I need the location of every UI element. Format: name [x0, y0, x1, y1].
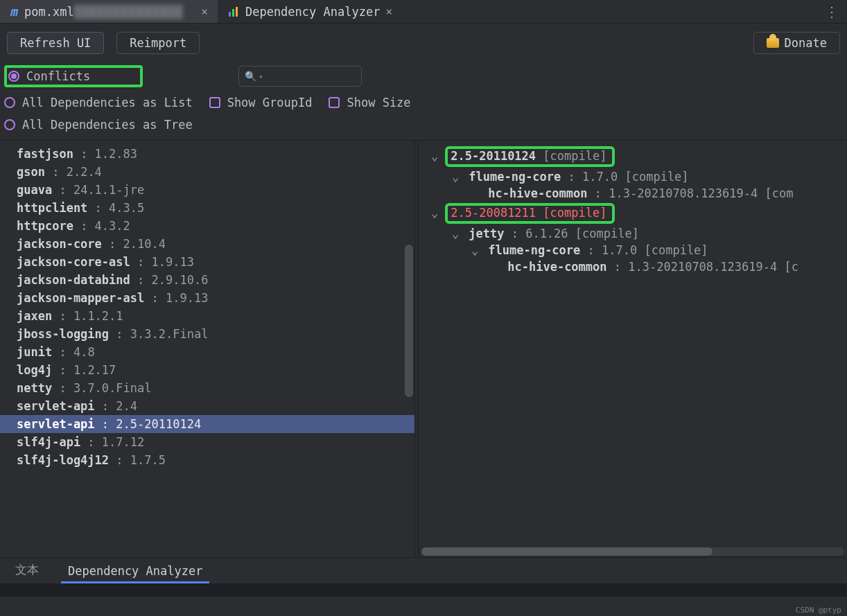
check-label: Show GroupId	[227, 96, 313, 109]
dependency-version: 2.10.4	[123, 237, 166, 251]
dependency-version: 2.4	[116, 399, 137, 413]
tab-label: pom.xml	[24, 5, 74, 19]
dependency-row[interactable]: httpclient : 4.3.5	[0, 199, 414, 217]
dependency-version: 4.8	[73, 345, 95, 359]
dependency-tree-pane[interactable]: ⌄ 2.5-20110124 [compile] ⌄ flume-ng-core…	[419, 141, 847, 557]
tree-version: 2.5-20110124	[451, 149, 536, 163]
maven-icon: m	[10, 4, 17, 19]
search-field[interactable]	[266, 70, 399, 82]
filter-bar: Conflicts 🔍▾ All Dependencies as List Sh…	[0, 60, 847, 140]
dependency-version: 1.2.83	[95, 147, 137, 161]
tree-node-version-conflict[interactable]: ⌄ 2.5-20081211 [compile]	[419, 202, 847, 225]
dependency-name: httpcore	[17, 219, 73, 233]
dependency-row[interactable]: jaxen : 1.1.2.1	[0, 307, 414, 325]
reimport-button[interactable]: Reimport	[116, 32, 200, 54]
separator: :	[52, 381, 73, 395]
dependency-name: slf4j-api	[17, 435, 80, 449]
svg-rect-0	[229, 12, 231, 17]
highlight-conflict-version: 2.5-20081211 [compile]	[445, 203, 615, 224]
dependency-name: jackson-core-asl	[17, 255, 130, 269]
svg-rect-2	[236, 7, 238, 17]
tree-version: 2.5-20081211	[451, 206, 536, 220]
check-show-groupid[interactable]: Show GroupId	[209, 96, 313, 109]
tree-scope: [compile]	[543, 206, 606, 220]
close-icon[interactable]: ×	[385, 5, 392, 18]
radio-all-list[interactable]: All Dependencies as List	[4, 96, 193, 109]
dependency-version: 2.9.10.6	[151, 273, 208, 287]
dependency-version: 1.1.2.1	[73, 309, 123, 323]
separator: :	[109, 453, 130, 467]
close-icon[interactable]: ×	[201, 5, 208, 18]
tree-node[interactable]: ⌄ flume-ng-core : 1.7.0 [compile]	[419, 242, 847, 258]
bottom-tab-analyzer[interactable]: Dependency Analyzer	[61, 558, 209, 583]
tree-artifact: flume-ng-core	[488, 243, 580, 257]
dependency-row[interactable]: slf4j-log4j12 : 1.7.5	[0, 451, 414, 469]
check-label: Show Size	[347, 96, 410, 109]
tab-pom-xml[interactable]: m pom.xml ██████████████ ×	[0, 0, 218, 23]
dependency-row[interactable]: jackson-core-asl : 1.9.13	[0, 253, 414, 271]
separator: :	[109, 327, 130, 341]
h-scrollbar[interactable]	[421, 547, 844, 556]
dependency-row[interactable]: gson : 2.2.4	[0, 163, 414, 181]
dependency-row[interactable]: slf4j-api : 1.7.12	[0, 433, 414, 451]
chevron-down-icon[interactable]: ⌄	[428, 206, 441, 220]
check-show-size[interactable]: Show Size	[329, 96, 410, 109]
dependency-version: 4.3.2	[95, 219, 130, 233]
dependency-row[interactable]: fastjson : 1.2.83	[0, 145, 414, 163]
tree-node-version[interactable]: ⌄ 2.5-20110124 [compile]	[419, 145, 847, 168]
donate-button[interactable]: Donate	[753, 32, 840, 54]
tree-node[interactable]: hc-hive-common : 1.3-20210708.123619-4 […	[419, 185, 847, 202]
tab-label: Dependency Analyzer	[245, 5, 380, 19]
dependency-row[interactable]: jboss-logging : 3.3.2.Final	[0, 325, 414, 343]
separator: :	[73, 219, 95, 233]
dependency-row[interactable]: junit : 4.8	[0, 343, 414, 361]
separator: :	[130, 255, 152, 269]
separator: :	[45, 165, 67, 179]
tab-dependency-analyzer[interactable]: Dependency Analyzer ×	[218, 0, 402, 23]
separator: :	[95, 417, 116, 431]
tree-node[interactable]: hc-hive-common : 1.3-20210708.123619-4 […	[419, 258, 847, 275]
dependency-version: 24.1.1-jre	[73, 183, 144, 197]
chevron-down-icon[interactable]: ▾	[259, 73, 263, 80]
dependency-name: httpclient	[17, 201, 87, 215]
svg-rect-1	[232, 9, 234, 17]
dependency-row[interactable]: netty : 3.7.0.Final	[0, 379, 414, 397]
bottom-tabs: 文本 Dependency Analyzer CSDN @ptyp	[0, 557, 847, 583]
dependency-row[interactable]: jackson-databind : 2.9.10.6	[0, 271, 414, 289]
dependency-row[interactable]: jackson-core : 2.10.4	[0, 235, 414, 253]
chevron-down-icon[interactable]: ⌄	[449, 170, 462, 184]
chevron-down-icon[interactable]: ⌄	[428, 149, 441, 163]
checkbox-icon	[209, 97, 220, 108]
dependency-row[interactable]: servlet-api : 2.4	[0, 397, 414, 415]
radio-all-tree[interactable]: All Dependencies as Tree	[4, 118, 193, 132]
dependency-version: 3.3.2.Final	[130, 327, 209, 341]
more-icon[interactable]: ⋮	[825, 3, 839, 20]
dependency-row[interactable]: httpcore : 4.3.2	[0, 217, 414, 235]
separator: :	[87, 201, 109, 215]
dependency-name: jboss-logging	[17, 327, 109, 341]
separator: :	[144, 291, 166, 305]
tree-artifact: flume-ng-core	[469, 170, 561, 184]
dependency-row[interactable]: servlet-api : 2.5-20110124	[0, 415, 414, 433]
search-input[interactable]: 🔍▾	[238, 66, 362, 87]
bottom-tab-text[interactable]: 文本	[8, 556, 46, 583]
tree-node[interactable]: ⌄ flume-ng-core : 1.7.0 [compile]	[419, 168, 847, 185]
dependency-name: jackson-databind	[17, 273, 130, 287]
donate-icon	[767, 38, 779, 48]
scrollbar-thumb[interactable]	[405, 245, 413, 397]
dependency-row[interactable]: jackson-mapper-asl : 1.9.13	[0, 289, 414, 307]
radio-conflicts[interactable]: Conflicts	[8, 69, 90, 83]
refresh-button[interactable]: Refresh UI	[7, 32, 104, 54]
chevron-down-icon[interactable]: ⌄	[469, 243, 481, 257]
tree-node[interactable]: ⌄ jetty : 6.1.26 [compile]	[419, 225, 847, 242]
dependency-row[interactable]: guava : 24.1.1-jre	[0, 181, 414, 199]
checkbox-icon	[329, 97, 340, 108]
chevron-down-icon[interactable]: ⌄	[449, 227, 462, 240]
tree-artifact: jetty	[469, 227, 504, 240]
dependency-version: 2.2.4	[67, 165, 102, 179]
dependency-name: gson	[17, 165, 45, 179]
dependency-list-pane[interactable]: fastjson : 1.2.83gson : 2.2.4guava : 24.…	[0, 141, 414, 557]
dependency-row[interactable]: log4j : 1.2.17	[0, 361, 414, 379]
separator: :	[52, 345, 73, 359]
scrollbar-thumb[interactable]	[421, 547, 713, 556]
